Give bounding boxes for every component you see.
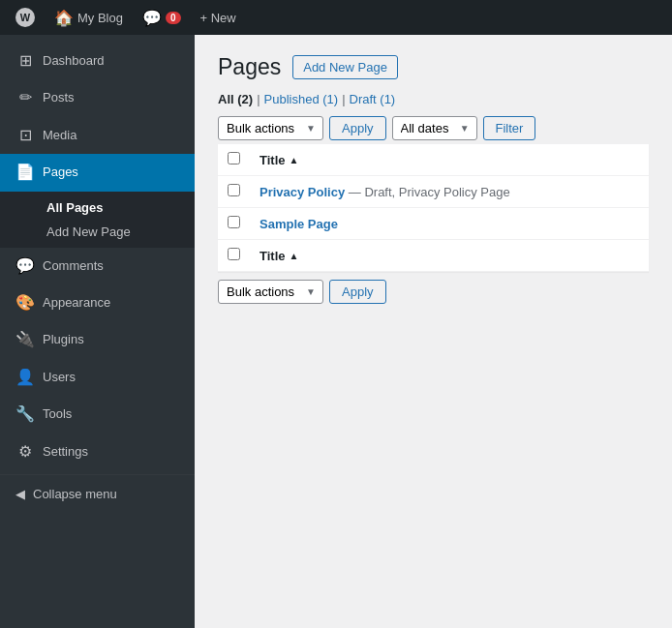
row-title-cell-1: Privacy Policy — Draft, Privacy Policy P… [250,176,649,208]
comments-button[interactable]: 💬 0 [135,0,189,35]
main-layout: ⊞ Dashboard ✏ Posts ⊡ Media 📄 Pages All … [0,35,672,628]
select-all-cell [218,144,250,176]
wp-logo-button[interactable]: W [8,0,43,35]
sidebar-item-label: Posts [43,89,75,106]
row-checkbox-2[interactable] [228,216,240,228]
filter-links: All (2) | Published (1) | Draft (1) [218,92,649,106]
collapse-menu-button[interactable]: ◀ Collapse menu [0,479,195,509]
select-all-checkbox[interactable] [228,152,240,164]
sort-icon-footer: ▲ [290,251,299,261]
pages-icon: 📄 [15,162,35,183]
collapse-label: Collapse menu [33,487,117,501]
title-column-header: Title ▲ [250,144,649,176]
sidebar-item-label: Tools [43,405,72,423]
table-footer-row: Title ▲ [218,240,649,272]
settings-icon: ⚙ [15,441,35,463]
filter-sep-1: | [257,92,260,106]
sidebar-item-plugins[interactable]: 🔌 Plugins [0,321,195,358]
bulk-actions-select-wrapper-top: Bulk actions ▼ [218,116,323,140]
collapse-icon: ◀ [15,487,25,501]
title-sort-footer: Title ▲ [260,249,639,263]
table-header-row: Title ▲ [218,144,649,176]
sidebar-item-pages[interactable]: 📄 Pages [0,154,195,191]
title-footer-header: Title ▲ [250,240,649,272]
sidebar-item-label: Dashboard [43,52,105,70]
comment-icon: 💬 [142,9,162,27]
table-row: Sample Page [218,208,649,240]
new-content-button[interactable]: + New [193,0,244,35]
sidebar-sub-all-pages[interactable]: All Pages [0,195,195,220]
sidebar-item-appearance[interactable]: 🎨 Appearance [0,284,195,321]
sidebar: ⊞ Dashboard ✏ Posts ⊡ Media 📄 Pages All … [0,35,195,628]
add-new-page-button[interactable]: Add New Page [292,55,398,79]
row-checkbox-1[interactable] [228,184,240,196]
sort-icon: ▲ [290,155,299,165]
date-filter-wrapper: All dates ▼ [392,116,477,140]
sidebar-divider [0,474,195,475]
row-checkbox-cell-1 [218,176,250,208]
page-link-privacy[interactable]: Privacy Policy [260,185,345,199]
sidebar-item-label: Settings [43,443,88,461]
media-icon: ⊡ [15,125,35,146]
sidebar-item-media[interactable]: ⊡ Media [0,117,195,154]
page-desc-privacy: — Draft, Privacy Policy Page [349,185,510,199]
filter-button[interactable]: Filter [483,116,536,140]
toolbar-top: Bulk actions ▼ Apply All dates ▼ Filter [218,116,649,140]
tools-icon: 🔧 [15,404,35,425]
row-checkbox-cell-2 [218,208,250,240]
sidebar-item-label: Comments [43,257,104,275]
date-select[interactable]: All dates [392,116,477,140]
admin-bar: W 🏠 My Blog 💬 0 + New [0,0,672,35]
title-label-footer: Title [260,249,286,263]
dashboard-icon: ⊞ [15,50,35,72]
page-header: Pages Add New Page [218,54,649,80]
bulk-actions-select-bottom[interactable]: Bulk actions [218,280,323,304]
bulk-actions-select-top[interactable]: Bulk actions [218,116,323,140]
select-all-footer-cell [218,240,250,272]
content-area: Pages Add New Page All (2) | Published (… [195,35,672,628]
sidebar-item-comments[interactable]: 💬 Comments [0,248,195,284]
my-blog-button[interactable]: 🏠 My Blog [46,0,131,35]
sidebar-sub-add-new-page[interactable]: Add New Page [0,220,195,244]
users-icon: 👤 [15,367,35,388]
filter-published[interactable]: Published (1) [264,92,339,106]
apply-button-bottom[interactable]: Apply [329,280,386,304]
appearance-icon: 🎨 [15,292,35,314]
sidebar-item-dashboard[interactable]: ⊞ Dashboard [0,43,195,79]
toolbar-bottom: Bulk actions ▼ Apply [218,280,649,304]
bulk-actions-select-wrapper-bottom: Bulk actions ▼ [218,280,323,304]
home-icon: 🏠 [54,9,74,27]
posts-icon: ✏ [15,87,35,108]
apply-button-top[interactable]: Apply [329,116,386,140]
page-title: Pages [218,54,281,80]
page-link-sample[interactable]: Sample Page [260,217,338,231]
pages-table: Title ▲ Privacy Policy — Draft, Privacy … [218,144,649,272]
filter-sep-2: | [342,92,345,106]
comments-count: 0 [166,12,181,24]
sidebar-item-label: Pages [43,164,78,181]
sidebar-item-label: Appearance [43,294,110,312]
sidebar-item-posts[interactable]: ✏ Posts [0,79,195,116]
table-row: Privacy Policy — Draft, Privacy Policy P… [218,176,649,208]
my-blog-label: My Blog [77,11,123,25]
sidebar-item-settings[interactable]: ⚙ Settings [0,434,195,470]
pages-submenu: All Pages Add New Page [0,192,195,248]
select-all-checkbox-footer[interactable] [228,248,240,260]
sidebar-item-label: Users [43,369,76,386]
sidebar-item-tools[interactable]: 🔧 Tools [0,396,195,433]
filter-draft[interactable]: Draft (1) [350,92,396,106]
filter-all[interactable]: All (2) [218,92,253,106]
title-label: Title [260,153,286,167]
plugins-icon: 🔌 [15,329,35,350]
new-content-label: + New [200,11,236,25]
sidebar-item-label: Media [43,127,76,144]
wp-logo-icon: W [15,8,35,27]
comments-icon: 💬 [15,255,35,277]
sidebar-item-users[interactable]: 👤 Users [0,359,195,396]
title-sort: Title ▲ [260,153,639,167]
sidebar-item-label: Plugins [43,331,84,348]
row-title-cell-2: Sample Page [250,208,649,240]
